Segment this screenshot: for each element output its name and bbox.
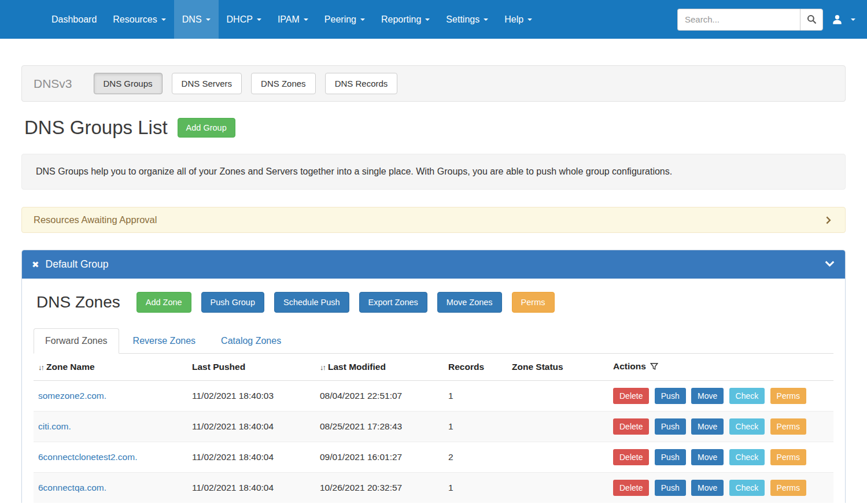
- nav-item-help[interactable]: Help: [496, 0, 540, 39]
- perms-button[interactable]: Perms: [770, 418, 806, 435]
- nav-item-resources[interactable]: Resources: [105, 0, 174, 39]
- perms-group-button[interactable]: Perms: [512, 292, 555, 313]
- export-zones-button[interactable]: Export Zones: [359, 292, 427, 313]
- check-button[interactable]: Check: [729, 449, 765, 465]
- check-button[interactable]: Check: [729, 388, 765, 404]
- last-pushed-cell: 11/02/2021 18:40:04: [187, 412, 315, 442]
- column-header-zone-name[interactable]: ↓↑Zone Name: [34, 354, 187, 381]
- chevron-down-icon: [161, 18, 166, 21]
- last-modified-cell: 10/26/2021 20:32:57: [315, 473, 444, 503]
- chevron-right-icon: [824, 216, 833, 225]
- tab-reverse-zones[interactable]: Reverse Zones: [121, 328, 208, 354]
- dnsv3-label: DNSv3: [34, 77, 72, 91]
- nav-item-dhcp[interactable]: DHCP: [219, 0, 270, 39]
- column-header-label: Last Modified: [328, 362, 386, 372]
- close-icon[interactable]: ✖: [32, 260, 39, 270]
- push-button[interactable]: Push: [655, 449, 686, 465]
- dns-groups-button[interactable]: DNS Groups: [94, 73, 163, 94]
- column-header-zone-status[interactable]: Zone Status: [507, 354, 608, 381]
- last-modified-cell: 08/04/2021 22:51:07: [315, 381, 444, 412]
- perms-button[interactable]: Perms: [770, 449, 806, 465]
- delete-button[interactable]: Delete: [613, 449, 649, 465]
- tab-catalog-zones[interactable]: Catalog Zones: [209, 328, 293, 354]
- chevron-down-icon[interactable]: [824, 259, 835, 270]
- search-input[interactable]: [677, 9, 800, 31]
- sort-icon[interactable]: ↓↑: [320, 363, 325, 372]
- dns-zones-button[interactable]: DNS Zones: [251, 73, 316, 94]
- page-title: DNS Groups List: [24, 117, 168, 139]
- move-button[interactable]: Move: [691, 480, 724, 496]
- zone-name-link[interactable]: citi.com.: [38, 421, 71, 431]
- column-header-last-modified[interactable]: ↓↑Last Modified: [315, 354, 444, 381]
- search-button[interactable]: [800, 9, 823, 31]
- tab-forward-zones[interactable]: Forward Zones: [34, 328, 119, 354]
- chevron-down-icon: [206, 18, 211, 21]
- check-button[interactable]: Check: [729, 480, 765, 496]
- nav-item-label: DHCP: [227, 14, 253, 25]
- actions-cell: Delete Push Move Check Perms: [608, 442, 833, 473]
- zone-status-cell: [507, 442, 608, 473]
- zone-name-link[interactable]: somezone2.com.: [38, 391, 106, 401]
- chevron-down-icon: [851, 18, 855, 21]
- move-button[interactable]: Move: [691, 449, 724, 465]
- table-row: citi.com. 11/02/2021 18:40:04 08/25/2021…: [34, 412, 833, 442]
- schedule-push-button[interactable]: Schedule Push: [274, 292, 349, 313]
- records-cell: 1: [444, 473, 507, 503]
- zone-name-cell: somezone2.com.: [34, 381, 187, 412]
- column-header-label: Actions: [613, 361, 646, 371]
- check-button[interactable]: Check: [729, 418, 765, 435]
- table-row: 6connectqa.com. 11/02/2021 18:40:04 10/2…: [34, 473, 833, 503]
- navbar-right: [677, 0, 867, 39]
- move-button[interactable]: Move: [691, 388, 724, 404]
- last-modified-cell: 09/01/2021 16:01:27: [315, 442, 444, 473]
- delete-button[interactable]: Delete: [613, 480, 649, 496]
- page-heading-row: DNS Groups List Add Group: [24, 117, 843, 139]
- nav-item-label: IPAM: [278, 14, 300, 25]
- add-group-button[interactable]: Add Group: [178, 118, 235, 138]
- last-pushed-cell: 11/02/2021 18:40:03: [187, 381, 315, 412]
- nav-item-label: Peering: [324, 14, 356, 25]
- last-pushed-cell: 11/02/2021 18:40:04: [187, 473, 315, 503]
- chevron-down-icon: [360, 18, 365, 21]
- dns-servers-button[interactable]: DNS Servers: [172, 73, 242, 94]
- zone-name-link[interactable]: 6connectqa.com.: [38, 483, 106, 492]
- nav-item-label: Help: [504, 14, 523, 25]
- nav-item-peering[interactable]: Peering: [316, 0, 373, 39]
- dns-records-button[interactable]: DNS Records: [325, 73, 398, 94]
- nav-item-dns[interactable]: DNS: [174, 0, 219, 39]
- column-header-records[interactable]: Records: [444, 354, 507, 381]
- perms-button[interactable]: Perms: [770, 388, 806, 404]
- zone-name-link[interactable]: 6connectclonetest2.com.: [38, 452, 137, 462]
- push-button[interactable]: Push: [655, 388, 686, 404]
- perms-button[interactable]: Perms: [770, 480, 806, 496]
- table-row: somezone2.com. 11/02/2021 18:40:03 08/04…: [34, 381, 833, 412]
- group-panel-header[interactable]: ✖ Default Group: [22, 250, 845, 279]
- nav-item-settings[interactable]: Settings: [438, 0, 496, 39]
- push-button[interactable]: Push: [655, 480, 686, 496]
- last-modified-cell: 08/25/2021 17:28:43: [315, 412, 444, 442]
- actions-cell: Delete Push Move Check Perms: [608, 473, 833, 503]
- add-zone-button[interactable]: Add Zone: [136, 292, 191, 313]
- zone-status-cell: [507, 381, 608, 412]
- push-group-button[interactable]: Push Group: [201, 292, 264, 313]
- nav-item-dashboard[interactable]: Dashboard: [43, 0, 105, 39]
- sort-icon[interactable]: ↓↑: [38, 363, 43, 372]
- column-header-actions[interactable]: Actions: [608, 354, 833, 381]
- move-button[interactable]: Move: [691, 418, 724, 435]
- resources-awaiting-approval-bar[interactable]: Resources Awaiting Approval: [21, 207, 846, 233]
- filter-icon[interactable]: [650, 362, 658, 372]
- user-menu[interactable]: [832, 14, 855, 25]
- nav-item-ipam[interactable]: IPAM: [270, 0, 316, 39]
- nav-item-reporting[interactable]: Reporting: [373, 0, 438, 39]
- main-menu: Dashboard Resources DNS DHCP IPAM Peerin…: [43, 0, 540, 39]
- delete-button[interactable]: Delete: [613, 388, 649, 404]
- push-button[interactable]: Push: [655, 418, 686, 435]
- column-header-last-pushed[interactable]: Last Pushed: [187, 354, 315, 381]
- nav-item-label: Resources: [113, 14, 157, 25]
- zone-name-cell: 6connectclonetest2.com.: [34, 442, 187, 473]
- actions-cell: Delete Push Move Check Perms: [608, 381, 833, 412]
- default-group-panel: ✖ Default Group DNS Zones Add Zone Push …: [21, 250, 846, 503]
- move-zones-button[interactable]: Move Zones: [437, 292, 502, 313]
- chevron-down-icon: [527, 18, 532, 21]
- delete-button[interactable]: Delete: [613, 418, 649, 435]
